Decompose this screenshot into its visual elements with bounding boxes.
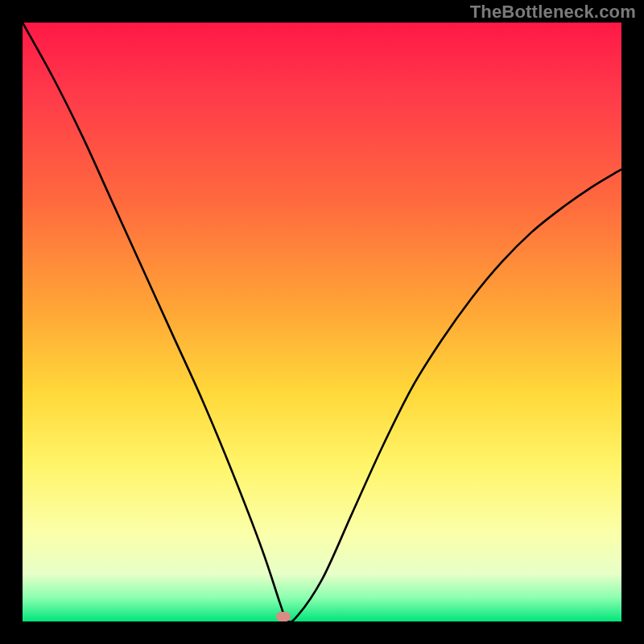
bottleneck-curve bbox=[23, 23, 621, 622]
chart-frame: TheBottleneck.com bbox=[0, 0, 644, 644]
watermark-text: TheBottleneck.com bbox=[470, 2, 636, 23]
gradient-plot-area bbox=[23, 23, 621, 621]
bottleneck-curve-svg bbox=[23, 23, 621, 621]
optimal-marker bbox=[276, 612, 291, 621]
